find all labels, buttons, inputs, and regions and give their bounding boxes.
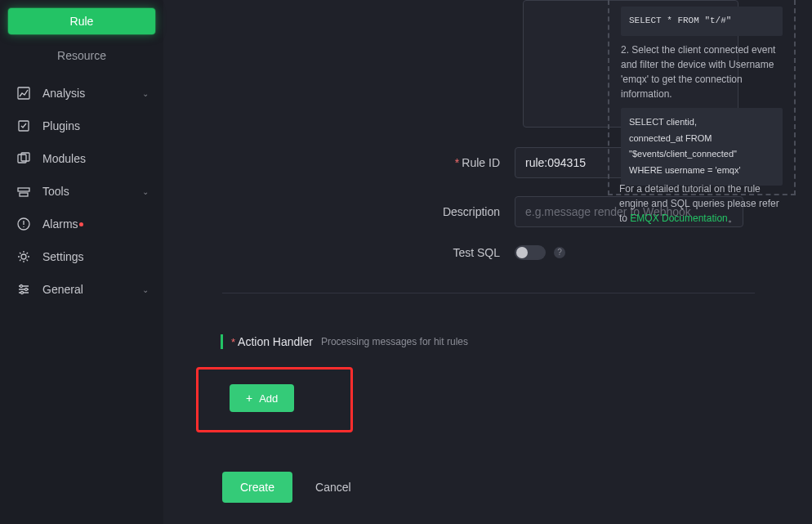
settings-icon [16, 250, 31, 263]
main-content: *Rule ID Description Test SQL ? * Action… [163, 0, 812, 524]
modules-icon [16, 152, 31, 165]
bottom-buttons: Create Cancel [196, 472, 812, 503]
examples-panel: SELECT * FROM "t/#" 2. Select the client… [608, 0, 796, 195]
add-action-button[interactable]: + Add [230, 384, 294, 412]
green-bar-icon [221, 334, 223, 349]
examples-footer: For a detailed tutorial on the rule engi… [608, 181, 796, 226]
sidebar-item-label: Tools [42, 185, 69, 198]
docs-link[interactable]: EMQX Documentation [630, 213, 727, 224]
chevron-down-icon: ⌄ [142, 285, 149, 294]
sidebar-item-settings[interactable]: Settings [0, 240, 163, 273]
code-example-2: SELECT clientid, connected_at FROM "$eve… [621, 108, 783, 186]
sidebar-item-modules[interactable]: Modules [0, 142, 163, 175]
action-handler-title: Action Handler [238, 335, 313, 348]
divider [222, 293, 755, 293]
svg-point-10 [21, 292, 24, 294]
sidebar-item-rule[interactable]: Rule [8, 8, 155, 34]
red-highlight-box: + Add [196, 367, 353, 432]
example-text-2: 2. Select the client connected event and… [621, 43, 783, 101]
sidebar-item-label: General [42, 283, 83, 296]
chevron-down-icon: ⌄ [142, 89, 149, 98]
description-label: Description [196, 205, 515, 218]
help-icon[interactable]: ? [554, 247, 565, 258]
add-button-label: Add [259, 392, 278, 405]
svg-point-7 [21, 254, 26, 259]
sidebar-item-label: Plugins [42, 119, 80, 132]
create-button[interactable]: Create [222, 472, 292, 503]
test-sql-label: Test SQL [196, 246, 515, 259]
required-star-icon: * [231, 336, 235, 348]
sidebar: Rule Resource Analysis ⌄ Plugins Modules… [0, 0, 163, 524]
required-star-icon: * [455, 156, 459, 169]
analysis-icon [16, 87, 31, 100]
plus-icon: + [246, 392, 252, 405]
sidebar-item-label: Alarms [42, 217, 78, 231]
sidebar-item-label: Modules [42, 152, 86, 165]
plugins-icon [16, 119, 31, 132]
sidebar-item-alarms[interactable]: Alarms [0, 208, 163, 240]
svg-point-9 [25, 289, 28, 291]
sidebar-item-label: Settings [42, 250, 84, 263]
sidebar-item-tools[interactable]: Tools ⌄ [0, 175, 163, 208]
sidebar-item-analysis[interactable]: Analysis ⌄ [0, 77, 163, 110]
form-row-test-sql: Test SQL ? [196, 245, 812, 260]
chevron-down-icon: ⌄ [142, 187, 149, 196]
sidebar-item-general[interactable]: General ⌄ [0, 273, 163, 306]
svg-rect-4 [18, 188, 29, 191]
sidebar-item-resource[interactable]: Resource [0, 43, 163, 69]
tools-icon [16, 185, 31, 198]
svg-rect-5 [20, 193, 28, 196]
svg-point-8 [20, 285, 23, 288]
sidebar-item-plugins[interactable]: Plugins [0, 110, 163, 142]
alarms-icon [16, 217, 31, 231]
alarm-dot-icon [79, 222, 83, 226]
test-sql-toggle[interactable] [515, 245, 546, 260]
cancel-button[interactable]: Cancel [315, 481, 351, 494]
sidebar-item-label: Analysis [42, 87, 85, 100]
svg-rect-0 [18, 87, 29, 99]
code-example-1: SELECT * FROM "t/#" [621, 7, 783, 36]
rule-id-label: *Rule ID [196, 156, 515, 169]
general-icon [16, 283, 31, 296]
action-handler-subtitle: Processing messages for hit rules [321, 336, 468, 347]
action-handler-header: * Action Handler Processing messages for… [196, 334, 812, 349]
